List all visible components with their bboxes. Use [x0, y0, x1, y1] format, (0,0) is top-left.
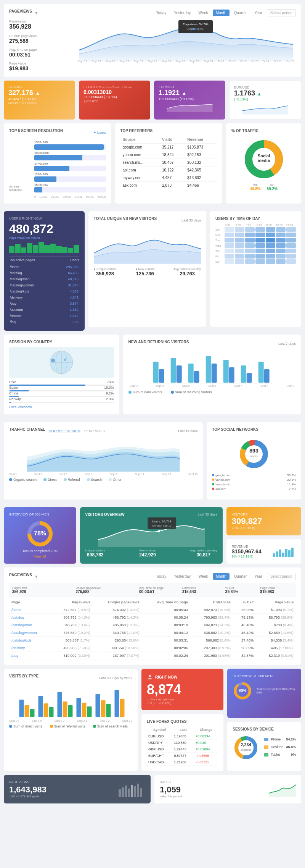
- heatmap-cell: [235, 233, 244, 237]
- users-now-sub: Page views per minute: [9, 236, 79, 239]
- svg-rect-44: [273, 553, 275, 557]
- tab-yesterday[interactable]: Yesterday: [171, 10, 194, 16]
- pv-table-dropdown[interactable]: ▼: [34, 574, 39, 579]
- heatmap-cell: [245, 254, 255, 259]
- referrer-row: yahoo.com18,324$92,153: [120, 151, 217, 159]
- active-page-row: /catalog/women31,873: [10, 283, 79, 288]
- dropdown-icon[interactable]: ▼: [34, 11, 39, 15]
- heatmap-cell: [286, 238, 296, 242]
- source-medium-tab[interactable]: SOURCE / MEDIUM: [49, 429, 80, 433]
- heatmap-row: Sun: [215, 227, 296, 232]
- etcbtc-value: 0.00313010: [83, 89, 146, 95]
- etcbtc-date: 1,366 BTC: [83, 100, 146, 103]
- heatmap-cell: [255, 243, 265, 248]
- sales-card: SALES 1,059 sales this period: [154, 775, 301, 803]
- svg-rect-18: [188, 364, 193, 383]
- traffic-seg1-value: 40.8%: [250, 187, 260, 191]
- revenue-chart: [273, 546, 296, 557]
- tab-today[interactable]: Today: [153, 10, 170, 16]
- heatmap-row: Wed: [215, 243, 296, 248]
- referrer-row: ask.com2,873$4,466: [120, 182, 217, 189]
- visitors-overview-period: Last 30 days: [198, 512, 217, 517]
- right-now-card: RIGHT NOW 8,874 on the site right now -1…: [141, 669, 223, 710]
- svg-rect-66: [114, 690, 119, 717]
- pv-tab-yesterday[interactable]: Yesterday: [171, 573, 194, 580]
- heatmap-cell: [266, 233, 275, 237]
- sessions-legend-item: Tablet 9%: [263, 752, 296, 758]
- active-page-row: /pay3,874: [10, 301, 79, 306]
- svg-rect-79: [264, 738, 268, 741]
- heatmap-cell: [225, 249, 234, 253]
- tab-year[interactable]: Year: [251, 10, 265, 16]
- svg-rect-80: [264, 745, 268, 749]
- pv-tab-quarter[interactable]: Quarter: [231, 573, 250, 580]
- avg-value: 00:03:51: [9, 52, 70, 58]
- eurusd1-pair: EUR/USD: [159, 85, 221, 89]
- btcjpy-card: BTC/JPY 327,176 ▲ ¥5,424 / (11.47%) 08/2…: [4, 81, 75, 120]
- svg-rect-55: [43, 703, 48, 717]
- svg-rect-51: [19, 700, 24, 717]
- referrer-row: aol.com10,122$42,365: [120, 166, 217, 174]
- visitors-overview-chart: Users: 34,764 Monday, Sep 16: [85, 517, 217, 547]
- heatmap-cell: [235, 249, 244, 253]
- pv-tab-week[interactable]: Week: [195, 573, 211, 580]
- users-by-time-card: USERS BY TIME OF DAY 3:00 6:00 9:00 12:0…: [210, 211, 301, 327]
- active-pages-title: Top active pages: [9, 258, 35, 262]
- tab-month[interactable]: Month: [213, 10, 230, 16]
- heatmap-row: Thu: [215, 249, 296, 253]
- pv-tab-today[interactable]: Today: [153, 573, 170, 580]
- heatmap-cell: [235, 238, 244, 242]
- heatmap-cell: [235, 259, 244, 264]
- legend-new: Sum of new visitors: [128, 390, 162, 394]
- visitors-stat2: New visitors 242,929: [139, 549, 156, 558]
- pageviews-value: 356,928: [9, 23, 70, 30]
- svg-rect-87: [134, 786, 136, 797]
- social-legend-item: google.com59.2%: [212, 474, 296, 477]
- row5: SESSION BY COUNTRY USA73: [4, 335, 301, 418]
- heatmap-cell: [225, 238, 234, 242]
- forex-row: GBP/USD1.29443+0.01894: [147, 746, 218, 753]
- pv-tab-year[interactable]: Year: [251, 573, 265, 580]
- svg-text:Social: Social: [257, 154, 270, 158]
- pv-select-period[interactable]: Select period: [267, 573, 296, 580]
- svg-rect-88: [137, 784, 139, 797]
- view-all-link[interactable]: View all: [34, 554, 46, 558]
- total-unique-card: TOTAL UNIQUE VS NEW VISITORS Last 30 day…: [88, 211, 206, 327]
- pageviews-card: PAGEVIEWS ▼ Today Yesterday Week Month Q…: [4, 4, 301, 77]
- stat-new: ● New visitors 125,736: [135, 267, 154, 276]
- avg-label: Avg. time on page: [9, 48, 70, 52]
- sessions-title: SESSIONS BY DEVICE: [233, 727, 296, 731]
- interview-card: INTERVIEW OF 300 MEN 78% Task is complet…: [4, 507, 76, 564]
- svg-rect-22: [223, 360, 228, 383]
- select-period[interactable]: Select period: [267, 9, 296, 16]
- tab-week[interactable]: Week: [195, 10, 211, 16]
- svg-rect-49: [288, 550, 291, 557]
- svg-rect-57: [57, 692, 62, 717]
- svg-rect-17: [176, 365, 181, 383]
- active-page-row: /catalog65,403: [10, 270, 79, 276]
- referrals-tab[interactable]: REFERRALS: [84, 429, 105, 433]
- page-table-row: /delivery 495,938 (7.58%) 390,554 (10.58…: [9, 644, 296, 652]
- heatmap-cell: [266, 249, 275, 253]
- visitors-orange-change: 90% (+12.19.8): [232, 526, 296, 530]
- pv-tab-month[interactable]: Month: [213, 573, 230, 580]
- svg-text:sessions: sessions: [241, 748, 252, 751]
- page-table-row: /catalog/kids 508,837 (1.7%) 290,654 (3.…: [9, 637, 296, 644]
- svg-rect-46: [279, 550, 281, 557]
- heatmap-cell: [255, 227, 265, 232]
- heatmap-cell: [235, 227, 244, 232]
- tab-quarter[interactable]: Quarter: [231, 10, 250, 16]
- sales-sub: sales this period: [160, 795, 182, 798]
- heatmap-cell: [276, 249, 286, 253]
- visitors-overview-title: VISITORS OVERVIEW: [85, 512, 125, 517]
- eurusd2-card: EUR/USD 1.1763 ▲ (+0.13%): [229, 81, 301, 120]
- etcbtc-pair: ETC/BTC Ethereum Classic to Bitcoin: [83, 85, 146, 89]
- visitors-stat3: Avg. visitors per day 30,817: [190, 549, 217, 558]
- svg-text:78%: 78%: [34, 530, 46, 537]
- sessions-legend-item: Phone 54.2%: [263, 736, 296, 742]
- session-country-title: SESSION BY COUNTRY: [9, 340, 114, 344]
- local-overview-link[interactable]: Local overview: [9, 405, 114, 409]
- legend-direct: Direct: [43, 478, 57, 482]
- country-item: China9.2%: [9, 391, 114, 397]
- pv-bottom-value: 1,643,983: [9, 785, 47, 795]
